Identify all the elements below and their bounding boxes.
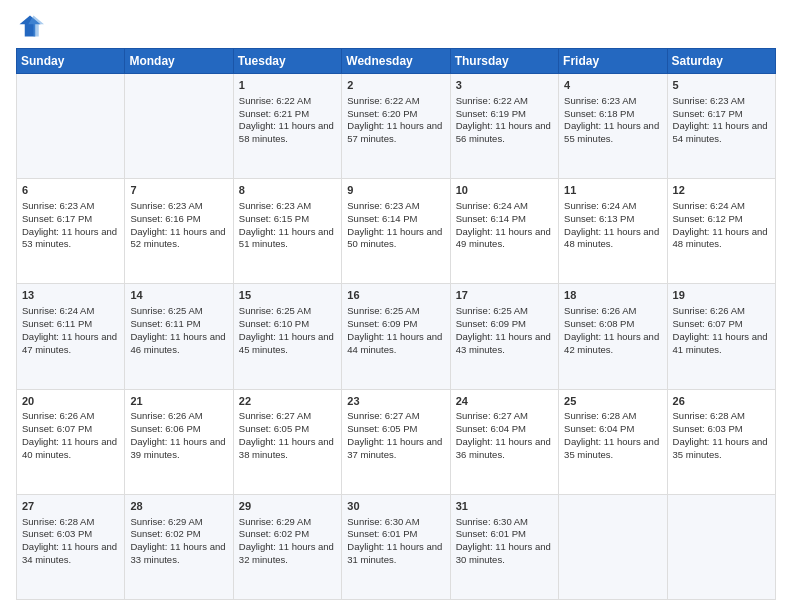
day-number: 17 [456,288,553,303]
week-row-4: 20Sunrise: 6:26 AMSunset: 6:07 PMDayligh… [17,389,776,494]
day-info: Sunrise: 6:23 AMSunset: 6:15 PMDaylight:… [239,200,334,249]
day-cell [125,74,233,179]
weekday-header-wednesday: Wednesday [342,49,450,74]
day-cell: 6Sunrise: 6:23 AMSunset: 6:17 PMDaylight… [17,179,125,284]
day-cell: 8Sunrise: 6:23 AMSunset: 6:15 PMDaylight… [233,179,341,284]
day-cell [17,74,125,179]
weekday-header-friday: Friday [559,49,667,74]
day-cell: 9Sunrise: 6:23 AMSunset: 6:14 PMDaylight… [342,179,450,284]
day-cell: 30Sunrise: 6:30 AMSunset: 6:01 PMDayligh… [342,494,450,599]
weekday-header-tuesday: Tuesday [233,49,341,74]
day-info: Sunrise: 6:26 AMSunset: 6:06 PMDaylight:… [130,410,225,459]
day-info: Sunrise: 6:25 AMSunset: 6:09 PMDaylight:… [456,305,551,354]
day-number: 27 [22,499,119,514]
day-info: Sunrise: 6:29 AMSunset: 6:02 PMDaylight:… [239,516,334,565]
day-info: Sunrise: 6:22 AMSunset: 6:19 PMDaylight:… [456,95,551,144]
day-cell: 19Sunrise: 6:26 AMSunset: 6:07 PMDayligh… [667,284,775,389]
day-info: Sunrise: 6:26 AMSunset: 6:07 PMDaylight:… [673,305,768,354]
day-number: 28 [130,499,227,514]
day-info: Sunrise: 6:23 AMSunset: 6:18 PMDaylight:… [564,95,659,144]
logo-icon [16,12,44,40]
weekday-header-thursday: Thursday [450,49,558,74]
day-number: 12 [673,183,770,198]
day-cell: 20Sunrise: 6:26 AMSunset: 6:07 PMDayligh… [17,389,125,494]
day-info: Sunrise: 6:27 AMSunset: 6:05 PMDaylight:… [239,410,334,459]
day-cell: 26Sunrise: 6:28 AMSunset: 6:03 PMDayligh… [667,389,775,494]
day-info: Sunrise: 6:25 AMSunset: 6:11 PMDaylight:… [130,305,225,354]
day-number: 21 [130,394,227,409]
day-cell: 24Sunrise: 6:27 AMSunset: 6:04 PMDayligh… [450,389,558,494]
day-cell: 4Sunrise: 6:23 AMSunset: 6:18 PMDaylight… [559,74,667,179]
day-info: Sunrise: 6:24 AMSunset: 6:13 PMDaylight:… [564,200,659,249]
week-row-1: 1Sunrise: 6:22 AMSunset: 6:21 PMDaylight… [17,74,776,179]
day-cell: 16Sunrise: 6:25 AMSunset: 6:09 PMDayligh… [342,284,450,389]
day-cell: 5Sunrise: 6:23 AMSunset: 6:17 PMDaylight… [667,74,775,179]
day-number: 30 [347,499,444,514]
day-number: 5 [673,78,770,93]
calendar-body: 1Sunrise: 6:22 AMSunset: 6:21 PMDaylight… [17,74,776,600]
day-info: Sunrise: 6:23 AMSunset: 6:17 PMDaylight:… [22,200,117,249]
day-number: 13 [22,288,119,303]
day-info: Sunrise: 6:30 AMSunset: 6:01 PMDaylight:… [456,516,551,565]
day-number: 16 [347,288,444,303]
page: SundayMondayTuesdayWednesdayThursdayFrid… [0,0,792,612]
day-number: 22 [239,394,336,409]
day-cell: 7Sunrise: 6:23 AMSunset: 6:16 PMDaylight… [125,179,233,284]
day-info: Sunrise: 6:23 AMSunset: 6:17 PMDaylight:… [673,95,768,144]
day-cell: 17Sunrise: 6:25 AMSunset: 6:09 PMDayligh… [450,284,558,389]
day-number: 25 [564,394,661,409]
day-number: 29 [239,499,336,514]
day-info: Sunrise: 6:26 AMSunset: 6:08 PMDaylight:… [564,305,659,354]
day-info: Sunrise: 6:22 AMSunset: 6:20 PMDaylight:… [347,95,442,144]
day-cell: 10Sunrise: 6:24 AMSunset: 6:14 PMDayligh… [450,179,558,284]
weekday-row: SundayMondayTuesdayWednesdayThursdayFrid… [17,49,776,74]
day-info: Sunrise: 6:28 AMSunset: 6:03 PMDaylight:… [22,516,117,565]
day-number: 20 [22,394,119,409]
day-info: Sunrise: 6:26 AMSunset: 6:07 PMDaylight:… [22,410,117,459]
day-number: 14 [130,288,227,303]
day-cell [667,494,775,599]
day-cell: 15Sunrise: 6:25 AMSunset: 6:10 PMDayligh… [233,284,341,389]
day-number: 10 [456,183,553,198]
day-cell [559,494,667,599]
day-number: 8 [239,183,336,198]
day-number: 4 [564,78,661,93]
weekday-header-saturday: Saturday [667,49,775,74]
day-number: 19 [673,288,770,303]
day-number: 11 [564,183,661,198]
day-number: 23 [347,394,444,409]
day-cell: 31Sunrise: 6:30 AMSunset: 6:01 PMDayligh… [450,494,558,599]
day-cell: 28Sunrise: 6:29 AMSunset: 6:02 PMDayligh… [125,494,233,599]
day-info: Sunrise: 6:24 AMSunset: 6:12 PMDaylight:… [673,200,768,249]
day-cell: 29Sunrise: 6:29 AMSunset: 6:02 PMDayligh… [233,494,341,599]
day-cell: 12Sunrise: 6:24 AMSunset: 6:12 PMDayligh… [667,179,775,284]
day-number: 6 [22,183,119,198]
day-cell: 3Sunrise: 6:22 AMSunset: 6:19 PMDaylight… [450,74,558,179]
day-number: 7 [130,183,227,198]
day-number: 18 [564,288,661,303]
day-info: Sunrise: 6:29 AMSunset: 6:02 PMDaylight:… [130,516,225,565]
day-number: 24 [456,394,553,409]
day-info: Sunrise: 6:30 AMSunset: 6:01 PMDaylight:… [347,516,442,565]
day-number: 1 [239,78,336,93]
day-cell: 25Sunrise: 6:28 AMSunset: 6:04 PMDayligh… [559,389,667,494]
day-info: Sunrise: 6:28 AMSunset: 6:04 PMDaylight:… [564,410,659,459]
day-info: Sunrise: 6:25 AMSunset: 6:10 PMDaylight:… [239,305,334,354]
day-cell: 11Sunrise: 6:24 AMSunset: 6:13 PMDayligh… [559,179,667,284]
day-number: 26 [673,394,770,409]
weekday-header-monday: Monday [125,49,233,74]
weekday-header-sunday: Sunday [17,49,125,74]
day-number: 15 [239,288,336,303]
day-number: 9 [347,183,444,198]
day-cell: 23Sunrise: 6:27 AMSunset: 6:05 PMDayligh… [342,389,450,494]
day-info: Sunrise: 6:27 AMSunset: 6:04 PMDaylight:… [456,410,551,459]
day-info: Sunrise: 6:23 AMSunset: 6:14 PMDaylight:… [347,200,442,249]
calendar-header: SundayMondayTuesdayWednesdayThursdayFrid… [17,49,776,74]
day-number: 31 [456,499,553,514]
day-info: Sunrise: 6:27 AMSunset: 6:05 PMDaylight:… [347,410,442,459]
day-cell: 13Sunrise: 6:24 AMSunset: 6:11 PMDayligh… [17,284,125,389]
day-info: Sunrise: 6:23 AMSunset: 6:16 PMDaylight:… [130,200,225,249]
header [16,12,776,40]
day-info: Sunrise: 6:28 AMSunset: 6:03 PMDaylight:… [673,410,768,459]
day-cell: 22Sunrise: 6:27 AMSunset: 6:05 PMDayligh… [233,389,341,494]
